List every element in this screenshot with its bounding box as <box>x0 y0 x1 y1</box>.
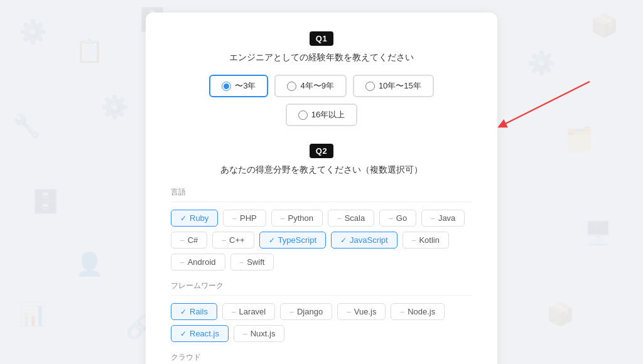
tag-cpp[interactable]: ✓ – C++ <box>212 232 254 249</box>
q1-option-4[interactable]: 16年以上 <box>286 104 357 126</box>
language-section-label: 言語 <box>171 187 472 202</box>
language-section: 言語 ✓ ✓ Ruby ✓ – PHP ✓ – Python <box>171 187 472 270</box>
q1-option-3[interactable]: 10年〜15年 <box>353 75 434 97</box>
tag-laravel[interactable]: ✓ – Laravel <box>222 303 275 320</box>
tag-django[interactable]: ✓ – Django <box>280 303 332 320</box>
quiz-container: Q1 エンジニアとしての経験年数を教えてください 〜3年 4年〜9年 10年〜1… <box>146 13 497 364</box>
tag-android[interactable]: ✓ – Android <box>171 254 225 270</box>
q2-badge: Q2 <box>171 144 472 158</box>
q2-section: Q2 あなたの得意分野を教えてください（複数選択可） 言語 ✓ ✓ Ruby ✓… <box>171 144 472 364</box>
tag-kotlin[interactable]: ✓ – Kotlin <box>403 232 449 249</box>
tag-go[interactable]: ✓ – Go <box>379 210 416 227</box>
q1-option-1[interactable]: 〜3年 <box>209 75 268 97</box>
q1-radio-1[interactable] <box>222 82 231 91</box>
tag-rails[interactable]: ✓ – Rails <box>171 303 217 320</box>
tag-swift[interactable]: ✓ – Swift <box>230 254 274 270</box>
svg-line-0 <box>502 82 590 126</box>
framework-section: フレームワーク ✓ – Rails ✓ – Laravel ✓ – Django <box>171 281 472 342</box>
tag-scala[interactable]: ✓ – Scala <box>328 210 374 227</box>
tag-php[interactable]: ✓ – PHP <box>223 210 266 227</box>
framework-section-label: フレームワーク <box>171 281 472 296</box>
tag-nuxtjs[interactable]: ✓ – Nuxt.js <box>234 325 284 342</box>
language-tag-group: ✓ ✓ Ruby ✓ – PHP ✓ – Python ✓ – Scal <box>171 210 472 270</box>
tag-nodejs[interactable]: ✓ – Node.js <box>391 303 445 320</box>
tag-python[interactable]: ✓ – Python <box>271 210 323 227</box>
q1-title: エンジニアとしての経験年数を教えてください <box>171 52 472 63</box>
tag-csharp[interactable]: ✓ – C# <box>171 232 207 249</box>
framework-tag-group: ✓ – Rails ✓ – Laravel ✓ – Django ✓ – <box>171 303 472 342</box>
tag-reactjs[interactable]: ✓ – React.js <box>171 325 229 342</box>
q1-badge: Q1 <box>171 31 472 46</box>
tag-vuejs[interactable]: ✓ – Vue.js <box>337 303 386 320</box>
q2-title: あなたの得意分野を教えてください（複数選択可） <box>171 164 472 176</box>
tag-javascript[interactable]: ✓ – JavaScript <box>331 232 397 249</box>
tag-java[interactable]: ✓ – Java <box>421 210 465 227</box>
cloud-section-label: クラウド <box>171 352 472 364</box>
q1-radio-3[interactable] <box>365 82 375 91</box>
cloud-section: クラウド <box>171 352 472 364</box>
q1-radio-2[interactable] <box>287 82 296 91</box>
tag-typescript[interactable]: ✓ – TypeScript <box>259 232 326 249</box>
tag-ruby[interactable]: ✓ ✓ Ruby <box>171 210 218 227</box>
q1-option-2[interactable]: 4年〜9年 <box>274 75 346 97</box>
q1-radio-4[interactable] <box>298 110 308 120</box>
q1-radio-group: 〜3年 4年〜9年 10年〜15年 16年以上 <box>171 75 472 126</box>
